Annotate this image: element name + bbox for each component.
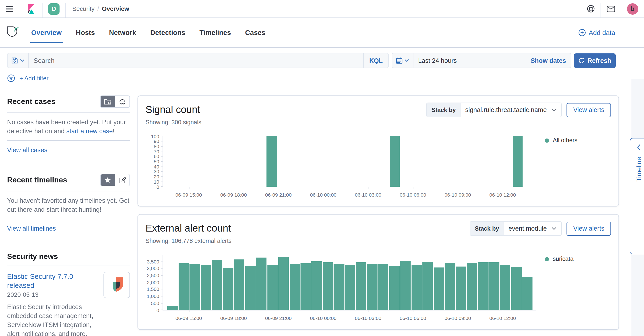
space-selector[interactable]: D [42,0,65,18]
stack-by-select[interactable]: signal.rule.threat.tactic.name [460,103,561,117]
chart-bar [467,263,477,310]
kibana-home-button[interactable] [19,0,42,18]
signal-count-chart: 0102030405060708090100 06-09 15:0006-09 … [146,136,536,200]
recent-cases-filter-toggle [100,96,130,108]
recently-reported-cases-toggle[interactable] [115,96,130,107]
newsfeed-button[interactable] [601,0,621,18]
top-chrome-bar: D Security / Overview [0,0,644,18]
plot-area[interactable] [162,136,536,187]
x-tick-label: 06-09 18:00 [220,315,247,321]
plot-area[interactable] [162,255,536,310]
tab-overview[interactable]: Overview [30,22,62,43]
chart-bar [400,260,410,310]
y-tick-label: 90 [154,139,162,144]
tab-detections[interactable]: Detections [149,22,186,43]
y-tick-label: 2,500 [147,273,162,278]
stack-by-label: Stack by [427,103,460,117]
tab-cases[interactable]: Cases [244,22,266,43]
news-article-thumbnail[interactable] [104,272,130,298]
quick-select-menu-button[interactable] [392,54,414,68]
folder-exclamation-icon [104,98,112,105]
y-tick-label: 0 [156,308,162,312]
chart-bar [456,266,466,310]
add-filter-button[interactable]: + Add filter [19,75,49,82]
x-tick-label: 06-09 18:00 [220,192,247,198]
tab-hosts[interactable]: Hosts [75,22,96,43]
news-article-title-link[interactable]: Elastic Security 7.7.0 released [7,272,73,289]
chart-bar [513,136,523,187]
chart-bar [201,265,211,310]
recently-created-cases-toggle[interactable] [101,96,115,107]
y-tick-label: 0 [156,184,162,189]
breadcrumb-separator: / [97,5,99,12]
legend-color-dot [545,138,549,142]
last-updated-timelines-toggle[interactable] [115,174,130,186]
header-actions: b [581,0,644,18]
chevron-down-icon [20,59,24,62]
space-avatar: D [48,3,60,14]
divider [7,112,130,113]
breadcrumb-current: Overview [102,5,129,12]
signal-count-panel: Signal count Showing: 300 signals Stack … [138,96,619,206]
view-alerts-button[interactable]: View alerts [566,222,611,236]
y-axis: 05001,0001,5002,0002,5003,0003,500 [146,255,162,310]
chevron-down-icon [552,227,556,230]
filter-icon[interactable] [7,74,15,82]
recent-timelines-title: Recent timelines [7,176,67,184]
add-data-link[interactable]: Add data [578,29,615,36]
chevron-down-icon [404,59,409,62]
edit-icon [119,176,126,184]
y-tick-label: 60 [154,154,162,159]
chart-bar [334,264,344,310]
saved-query-menu-button[interactable] [8,54,29,68]
refresh-button[interactable]: Refresh [574,53,616,68]
y-tick-label: 70 [154,149,162,154]
help-icon [587,5,595,13]
chart-bar [278,257,289,310]
y-tick-label: 1,500 [147,286,162,292]
chart-legend[interactable]: All others [536,137,611,144]
y-tick-label: 40 [154,164,162,169]
favorited-timelines-toggle[interactable] [101,174,115,186]
legend-label: All others [553,137,578,144]
star-icon [104,177,111,183]
view-all-cases-link[interactable]: View all cases [7,146,48,154]
tab-timelines[interactable]: Timelines [198,22,232,43]
breadcrumb-security[interactable]: Security [72,5,94,12]
timeline-toggle-button[interactable]: Timeline [630,138,644,254]
x-tick-label: 06-10 09:00 [444,315,471,321]
view-alerts-button[interactable]: View alerts [566,103,611,117]
kibana-security-overview: D Security / Overview [0,0,644,336]
chart-bar [478,262,488,310]
stack-by-control: Stack by event.module [470,221,562,236]
date-picker: Last 24 hours Show dates [392,53,571,68]
siem-app-icon [7,26,20,39]
x-tick-label: 06-10 00:00 [310,315,336,321]
time-range-value[interactable]: Last 24 hours [414,57,457,64]
stack-by-select[interactable]: event.module [504,222,561,235]
view-all-timelines-link[interactable]: View all timelines [7,225,56,232]
filter-bar: + Add filter [7,74,637,82]
chart-bar [522,277,533,310]
chart-bar [411,265,422,310]
help-button[interactable] [581,0,600,18]
divider [7,219,130,219]
y-tick-label: 80 [154,144,162,148]
chart-legend[interactable]: suricata [536,256,611,262]
x-tick-label: 06-10 12:00 [490,315,516,321]
elastic-security-shield-icon [108,276,126,294]
user-menu-button[interactable]: b [621,0,644,18]
menu-button[interactable] [0,0,19,18]
show-dates-button[interactable]: Show dates [530,57,571,64]
search-input[interactable]: Search [29,57,363,64]
tab-network[interactable]: Network [108,22,137,43]
chart-bar [500,265,510,310]
x-tick-label: 06-09 15:00 [176,315,202,321]
start-new-case-link[interactable]: start a new case [66,128,113,135]
kibana-logo-icon [25,3,36,14]
chart-bar [444,263,455,310]
chart-bar [323,262,333,310]
chart-bar [223,268,234,310]
chart-bar [190,264,200,310]
kql-language-button[interactable]: KQL [363,54,388,68]
